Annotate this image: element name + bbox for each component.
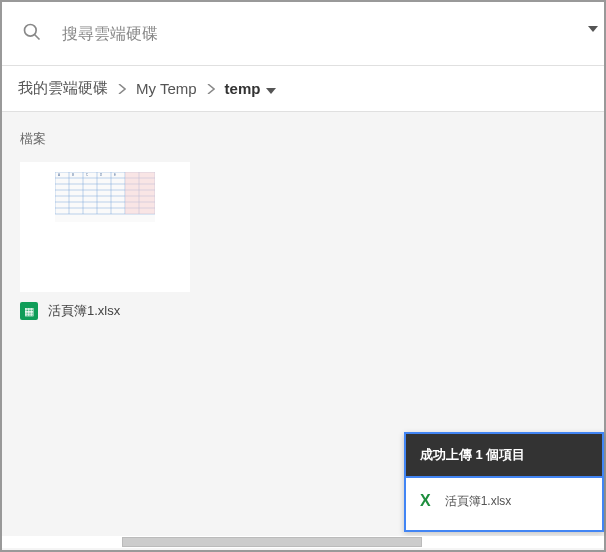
breadcrumb: 我的雲端硬碟 My Temp temp [2,66,604,112]
breadcrumb-current[interactable]: temp [225,80,277,97]
svg-text:A: A [58,173,60,177]
breadcrumb-folder[interactable]: My Temp [136,80,197,97]
horizontal-scrollbar[interactable] [2,536,604,548]
breadcrumb-root[interactable]: 我的雲端硬碟 [18,79,108,98]
svg-text:B: B [72,173,74,177]
breadcrumb-current-label: temp [225,80,261,97]
scrollbar-thumb[interactable] [122,537,422,547]
svg-line-1 [35,34,40,39]
svg-text:E: E [114,173,116,177]
svg-rect-19 [125,172,139,214]
upload-toast: 成功上傳 1 個項目 X 活頁簿1.xlsx [404,432,604,532]
file-label-row: ▦ 活頁簿1.xlsx [20,302,190,320]
svg-point-0 [25,24,37,36]
chevron-right-icon [118,80,126,97]
file-card[interactable]: ABCDE ▦ 活頁簿1.xlsx [20,162,190,320]
file-thumbnail[interactable]: ABCDE [20,162,190,292]
section-label: 檔案 [20,130,586,148]
search-icon[interactable] [22,22,42,46]
toast-item[interactable]: X 活頁簿1.xlsx [406,478,602,530]
content-area: 檔案 ABCDE ▦ 活頁簿1.xlsx [2,112,604,550]
search-dropdown-icon[interactable] [588,20,598,38]
app-frame: 我的雲端硬碟 My Temp temp 檔案 [0,0,606,552]
chevron-right-icon [207,80,215,97]
excel-icon: X [420,492,431,510]
toast-title: 成功上傳 1 個項目 [406,434,602,478]
toast-file-name: 活頁簿1.xlsx [445,493,512,510]
sheets-icon: ▦ [20,302,38,320]
file-name: 活頁簿1.xlsx [48,302,120,320]
caret-down-icon [266,80,276,97]
search-input[interactable] [62,25,584,43]
search-bar [2,2,604,66]
svg-rect-20 [139,172,155,214]
